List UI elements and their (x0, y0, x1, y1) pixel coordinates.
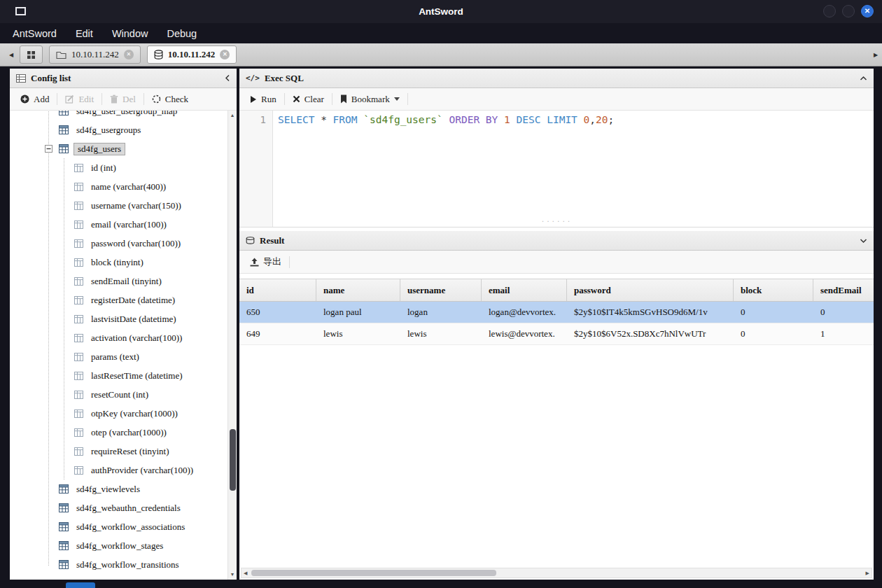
menu-item-antsword[interactable]: AntSword (13, 28, 57, 39)
tree-table-item-selected[interactable]: sd4fg_users (10, 139, 227, 158)
tab-close-icon[interactable]: ✕ (124, 50, 134, 59)
run-button[interactable]: Run (242, 88, 284, 110)
tree-column-item[interactable]: resetCount (int) (10, 385, 227, 404)
tab-shell-files[interactable]: 10.10.11.242 ✕ (49, 46, 141, 64)
tree-column-item[interactable]: lastvisitDate (datetime) (10, 309, 227, 328)
tree-scrollbar[interactable]: ▲ ▼ (227, 111, 237, 580)
export-button[interactable]: 导出 (242, 251, 289, 273)
result-cell: 0 (734, 307, 813, 318)
tab-close-icon[interactable]: ✕ (220, 50, 230, 59)
tree-column-item[interactable]: block (tinyint) (10, 253, 227, 272)
tree-column-item[interactable]: email (varchar(100)) (10, 215, 227, 234)
horizontal-scrollbar-thumb[interactable] (251, 570, 496, 576)
tree-column-item[interactable]: otpKey (varchar(1000)) (10, 404, 227, 423)
column-icon (74, 428, 83, 437)
delete-button[interactable]: Del (102, 88, 144, 110)
menu-item-edit[interactable]: Edit (76, 28, 93, 39)
sql-editor[interactable]: 1 SELECT * FROM `sd4fg_users` ORDER BY 1… (239, 111, 874, 227)
tree-column-item[interactable]: lastResetTime (datetime) (10, 366, 227, 385)
tree-item-label: sd4fg_workflow_transitions (74, 559, 182, 571)
tab-home[interactable] (20, 46, 43, 64)
tree-column-item[interactable]: name (varchar(400)) (10, 177, 227, 196)
column-header-password[interactable]: password (567, 279, 734, 301)
column-header-email[interactable]: email (482, 279, 567, 301)
line-number-gutter: 1 (239, 111, 273, 227)
column-header-name[interactable]: name (316, 279, 400, 301)
tree-table-item[interactable]: sd4fg_viewlevels (10, 479, 227, 498)
menu-item-window[interactable]: Window (112, 28, 148, 39)
column-icon (74, 164, 83, 172)
close-button[interactable]: ✕ (861, 5, 874, 18)
tab-scroll-right-icon[interactable]: ▶ (871, 52, 881, 58)
tree-column-item[interactable]: registerDate (datetime) (10, 290, 227, 309)
tree-column-item[interactable]: params (text) (10, 347, 227, 366)
column-icon (74, 353, 83, 361)
scroll-left-icon[interactable]: ◀ (244, 570, 247, 576)
column-icon (74, 372, 83, 380)
tree-item-label: sd4fg_webauthn_credentials (74, 502, 183, 514)
tree-column-item[interactable]: activation (varchar(100)) (10, 328, 227, 347)
tree-item-label: email (varchar(100)) (88, 218, 169, 231)
title-bar[interactable]: AntSword ✕ (0, 0, 882, 23)
tree-table-item[interactable]: sd4fg_workflow_stages (10, 536, 227, 555)
scroll-down-icon[interactable]: ▼ (228, 572, 237, 578)
result-cell: 650 (239, 307, 316, 318)
tree-item-label: sd4fg_user_usergroup_map (74, 111, 180, 118)
tree-item-label: resetCount (int) (88, 388, 151, 401)
tree-column-item[interactable]: otep (varchar(1000)) (10, 423, 227, 442)
tree-column-item[interactable]: password (varchar(100)) (10, 234, 227, 253)
config-toolbar: Add Edit Del Check (10, 88, 237, 111)
tree-table-item[interactable]: sd4fg_workflow_associations (10, 517, 227, 536)
window-title: AntSword (419, 6, 463, 17)
tree-item-label: sd4fg_workflow_associations (74, 521, 188, 533)
result-row[interactable]: 649lewislewislewis@devvortex.$2y$10$6V52… (239, 323, 874, 345)
edit-button[interactable]: Edit (57, 88, 102, 110)
edit-icon (65, 94, 74, 104)
check-button[interactable]: Check (144, 88, 196, 110)
minimize-button[interactable] (823, 5, 836, 18)
tree-column-item[interactable]: requireReset (tinyint) (10, 442, 227, 461)
code-icon: </> (246, 74, 260, 83)
tab-shell-database[interactable]: 10.10.11.242 ✕ (147, 46, 237, 64)
tree-column-item[interactable]: authProvider (varchar(100)) (10, 461, 227, 479)
result-row[interactable]: 650logan paulloganlogan@devvortex.$2y$10… (239, 302, 874, 323)
column-header-username[interactable]: username (400, 279, 482, 301)
collapse-toggle-icon[interactable] (45, 145, 52, 153)
tree-column-item[interactable]: sendEmail (tinyint) (10, 272, 227, 290)
add-icon (20, 94, 29, 104)
tree-table-item[interactable]: sd4fg_webauthn_credentials (10, 498, 227, 517)
collapse-result-icon[interactable] (860, 238, 867, 244)
tree-item-label: block (tinyint) (88, 256, 146, 269)
collapse-sql-icon[interactable] (860, 76, 867, 81)
tree-table-item[interactable]: sd4fg_workflow_transitions (10, 555, 227, 574)
bookmark-button[interactable]: Bookmark (332, 88, 407, 110)
tree-table-item[interactable]: sd4fg_usergroups (10, 120, 227, 139)
maximize-button[interactable] (842, 5, 855, 18)
result-cell: 0 (734, 328, 813, 340)
scroll-right-icon[interactable]: ▶ (866, 570, 869, 576)
collapse-sidebar-icon[interactable] (225, 74, 230, 82)
tab-scroll-left-icon[interactable]: ◀ (3, 52, 20, 58)
tree-table-item-clipped[interactable]: sd4fg_user_usergroup_map (10, 111, 227, 120)
column-header-sendEmail[interactable]: sendEmail (813, 279, 874, 301)
column-icon (74, 220, 83, 229)
column-header-id[interactable]: id (239, 279, 316, 301)
tree-column-item[interactable]: id (int) (10, 158, 227, 177)
column-header-block[interactable]: block (734, 279, 813, 301)
menu-item-debug[interactable]: Debug (167, 28, 197, 39)
tree-scrollbar-thumb[interactable] (230, 429, 236, 491)
column-icon (74, 315, 83, 323)
sql-code-line[interactable]: SELECT * FROM `sd4fg_users` ORDER BY 1 D… (273, 111, 874, 125)
run-label: Run (261, 94, 276, 105)
tree-item-label: password (varchar(100)) (88, 237, 183, 250)
scroll-up-icon[interactable]: ▲ (228, 113, 237, 118)
clear-button[interactable]: Clear (285, 88, 332, 110)
editor-resize-handle[interactable]: ...... (239, 216, 874, 223)
window-restore-icon[interactable] (15, 7, 26, 15)
apps-grid-icon (27, 50, 36, 59)
menu-bar: AntSwordEditWindowDebug (0, 23, 882, 43)
tree-column-item[interactable]: username (varchar(150)) (10, 196, 227, 215)
add-button[interactable]: Add (13, 88, 57, 110)
tree-item-label: sd4fg_viewlevels (74, 483, 143, 496)
result-horizontal-scrollbar[interactable]: ◀ ▶ (241, 568, 872, 578)
